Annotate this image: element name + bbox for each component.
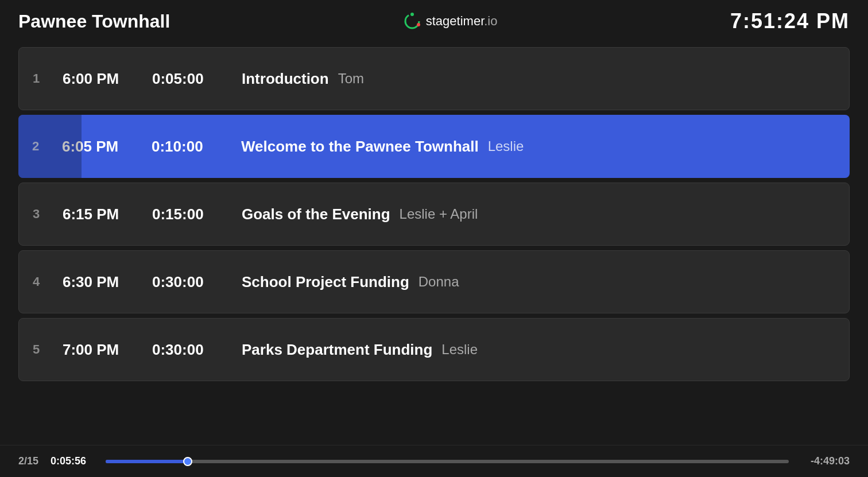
progress-fill [106,460,188,463]
item-time: 6:00 PM [63,70,143,88]
item-duration: 0:30:00 [152,273,232,291]
brand-name: stagetimer.io [426,14,498,29]
item-number: 5 [33,342,53,357]
item-speaker: Donna [418,274,459,290]
elapsed-time: 0:05:56 [51,455,96,467]
brand-icon [403,12,421,30]
svg-point-1 [410,13,414,16]
item-speaker: Leslie + April [400,206,478,222]
item-title: Goals of the Evening [242,205,390,223]
app-title: Pawnee Townhall [18,11,170,32]
progress-thumb[interactable] [183,457,192,466]
header: Pawnee Townhall stagetimer.io 7:51:24 PM [0,0,868,42]
item-time: 7:00 PM [63,341,143,359]
agenda-item-4[interactable]: 4 6:30 PM 0:30:00 School Project Funding… [18,250,850,313]
item-duration: 0:15:00 [152,205,232,223]
item-title: Introduction [242,70,329,88]
item-speaker: Tom [338,71,364,87]
agenda-item-1[interactable]: 1 6:00 PM 0:05:00 Introduction Tom [18,47,850,110]
item-title: School Project Funding [242,273,409,291]
item-number: 4 [33,274,53,289]
agenda-list: 1 6:00 PM 0:05:00 Introduction Tom 2 6:0… [0,42,868,445]
item-title: Parks Department Funding [242,341,432,359]
active-progress-overlay [18,115,82,178]
slide-counter: 2/15 [18,455,41,467]
remaining-time: -4:49:03 [798,455,850,467]
svg-point-0 [405,14,419,28]
agenda-item-2[interactable]: 2 6:05 PM 0:10:00 Welcome to the Pawnee … [18,115,850,178]
item-duration: 0:30:00 [152,341,232,359]
item-duration: 0:05:00 [152,70,232,88]
item-speaker: Leslie [488,138,524,154]
item-time: 6:30 PM [63,273,143,291]
agenda-item-3[interactable]: 3 6:15 PM 0:15:00 Goals of the Evening L… [18,183,850,246]
item-speaker: Leslie [441,342,478,358]
current-time: 7:51:24 PM [730,9,850,33]
item-duration: 0:10:00 [152,138,232,156]
item-number: 1 [33,71,53,86]
footer: 2/15 0:05:56 -4:49:03 [0,445,868,477]
svg-point-2 [417,23,420,26]
agenda-item-5[interactable]: 5 7:00 PM 0:30:00 Parks Department Fundi… [18,318,850,381]
item-title: Welcome to the Pawnee Townhall [241,138,479,156]
item-number: 3 [33,207,53,222]
item-time: 6:15 PM [63,205,143,223]
brand-logo: stagetimer.io [403,12,498,30]
progress-bar[interactable] [106,460,789,463]
